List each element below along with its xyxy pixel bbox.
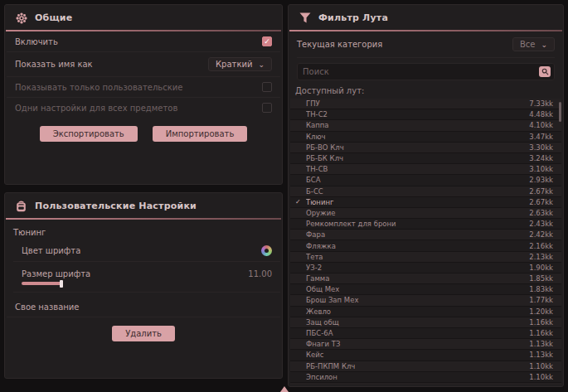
check-icon: ✓ — [295, 198, 306, 206]
category-label: Текущая категория — [297, 40, 382, 49]
loot-list-item[interactable]: ✓ РБ-ПКПМ Клч 1.10kk — [290, 361, 561, 372]
import-button[interactable]: Импортировать — [153, 126, 248, 142]
show-name-dropdown[interactable]: Краткий ⌄ — [208, 57, 272, 71]
delete-row: Удалить — [5, 317, 282, 351]
left-column: Общие Включить ✓ Показать имя как Кратки… — [4, 4, 283, 392]
same-for-all-label: Одни настройки для всех предметов — [15, 104, 177, 113]
font-size-slider[interactable] — [22, 282, 272, 285]
search-icon[interactable] — [539, 66, 551, 77]
loot-list-item[interactable]: ✓ Фнаги ТЗ 1.13kk — [290, 339, 561, 350]
chevron-down-icon: ⌄ — [258, 61, 265, 68]
loot-list-item[interactable]: ✓ УЗ-2 1.90kk — [290, 263, 561, 273]
loot-item-name: Каппа — [306, 121, 529, 129]
loot-list-item[interactable]: ✓ Общ Мех 1.83kk — [290, 284, 561, 295]
loot-list-item[interactable]: ✓ 0.2BTC 1.09kk — [290, 383, 561, 385]
loot-list-item[interactable]: ✓ Тюнинг 2.67kk — [290, 197, 561, 208]
right-column: Фильтр Лута Текущая категория Все ⌄ Поис… — [288, 4, 564, 392]
loot-item-name: УЗ-2 — [306, 264, 529, 272]
selected-item-group-label[interactable]: Тюнинг — [5, 220, 282, 240]
loot-list-item[interactable]: ✓ Жевло 1.20kk — [290, 307, 561, 317]
loot-list-item[interactable]: ✓ РБ-ВО Клч 3.30kk — [290, 143, 561, 153]
loot-item-name: ТН-СВ — [306, 165, 529, 173]
show-name-value: Краткий — [216, 60, 252, 69]
loot-item-value: 2.63kk — [529, 209, 553, 217]
loot-list-item[interactable]: ✓ Оружие 2.63kk — [290, 208, 561, 219]
slider-thumb[interactable] — [60, 280, 63, 288]
export-import-row: Экспортировать Импортировать — [5, 118, 282, 152]
general-panel-header: Общие — [5, 5, 282, 30]
search-box[interactable]: Поиск — [297, 63, 555, 80]
custom-settings-panel: Пользовательские Настройки Тюнинг Цвет ш… — [4, 192, 283, 379]
loot-list-item[interactable]: ✓ Фляжка 2.16kk — [290, 240, 561, 251]
loot-filter-header: Фильтр Лута — [289, 5, 563, 30]
loot-list-item[interactable]: ✓ ТН-СВ 3.10kk — [290, 164, 561, 175]
loot-item-name: Гамма — [306, 274, 529, 283]
enable-checkbox[interactable]: ✓ — [262, 36, 272, 46]
loot-list-item[interactable]: ✓ ГПУ 7.33kk — [290, 99, 561, 109]
loot-item-value: 2.13kk — [529, 253, 553, 261]
scrollbar-thumb[interactable] — [559, 102, 561, 122]
export-button[interactable]: Экспортировать — [40, 126, 138, 142]
loot-item-value: 3.24kk — [529, 154, 553, 162]
loot-list-item[interactable]: ✓ Защ общ 1.16kk — [290, 317, 561, 328]
loot-list-item[interactable]: ✓ ТН-С2 4.48kk — [290, 109, 561, 120]
delete-button[interactable]: Удалить — [112, 326, 175, 341]
enable-label: Включить — [15, 37, 58, 46]
loot-item-name: РБ-ВО Клч — [306, 143, 529, 152]
loot-list-item[interactable]: ✓ Кейс 1.13kk — [290, 350, 561, 361]
loot-item-name: РБ-БК Клч — [306, 154, 529, 162]
show-name-row: Показать имя как Краткий ⌄ — [7, 52, 280, 77]
loot-item-value: 1.16kk — [529, 318, 553, 327]
category-dropdown[interactable]: Все ⌄ — [512, 37, 555, 51]
loot-list-item[interactable]: ✓ Эпсилон 1.10kk — [290, 372, 561, 383]
loot-list-item[interactable]: ✓ Тета 2.13kk — [290, 252, 561, 263]
loot-list-item[interactable]: ✓ ПБС-6А 1.16kk — [290, 328, 561, 339]
loot-item-value: 1.16kk — [529, 329, 553, 337]
loot-list-item[interactable]: ✓ Фара 2.42kk — [290, 230, 561, 240]
loot-item-value: 2.93kk — [529, 176, 553, 184]
custom-name-input[interactable]: Свое название — [15, 302, 80, 312]
loot-item-name: Тюнинг — [306, 198, 529, 206]
loot-list-item[interactable]: ✓ Каппа 4.10kk — [290, 120, 561, 131]
font-size-value: 11.00 — [248, 269, 272, 278]
loot-item-value: 4.10kk — [529, 121, 553, 129]
loot-item-name: РБ-ПКПМ Клч — [306, 362, 529, 370]
gear-icon — [15, 12, 27, 24]
loot-list-item[interactable]: ✓ Б-СС 2.67kk — [290, 186, 561, 197]
loot-item-value: 2.43kk — [529, 220, 553, 228]
font-size-row: Размер шрифта 11.00 — [13, 262, 280, 280]
loot-item-value: 1.85kk — [529, 274, 553, 283]
only-custom-label: Показывать только пользовательские — [15, 83, 182, 92]
loot-list-item[interactable]: ✓ Брош Зап Мех 1.77kk — [290, 295, 561, 306]
search-input[interactable]: Поиск — [303, 67, 329, 76]
loot-item-name: ТН-С2 — [306, 110, 529, 119]
loot-list-item[interactable]: ✓ Ключ 3.47kk — [290, 132, 561, 143]
check-icon: ✓ — [264, 37, 270, 46]
loot-list-item[interactable]: ✓ РБ-БК Клч 3.24kk — [290, 153, 561, 164]
loot-item-value: 1.77kk — [529, 296, 553, 304]
loot-item-value: 3.10kk — [529, 165, 553, 173]
loot-item-name: Фнаги ТЗ — [306, 340, 529, 348]
resize-handle[interactable] — [280, 386, 289, 392]
enable-row: Включить ✓ — [7, 31, 280, 52]
loot-item-value: 3.47kk — [529, 133, 553, 141]
loot-list-item[interactable]: ✓ Ремкомплект для брони 2.43kk — [290, 219, 561, 230]
only-custom-checkbox[interactable] — [262, 82, 272, 92]
loot-item-name: Б-СС — [306, 187, 529, 196]
loot-item-value: 1.13kk — [529, 351, 553, 359]
loot-item-name: 0.2BTC — [306, 384, 529, 385]
loot-item-name: Защ общ — [306, 318, 529, 327]
category-value: Все — [520, 40, 536, 49]
color-wheel-icon[interactable] — [261, 245, 272, 256]
category-row: Текущая категория Все ⌄ — [297, 31, 555, 58]
loot-item-name: Ремкомплект для брони — [306, 220, 529, 228]
loot-item-value: 3.30kk — [529, 143, 553, 152]
loot-item-value: 1.20kk — [529, 307, 553, 316]
funnel-icon — [299, 12, 311, 24]
loot-list-item[interactable]: ✓ Гамма 1.85kk — [290, 273, 561, 284]
same-for-all-checkbox[interactable] — [262, 103, 272, 113]
slider-fill — [22, 282, 61, 285]
chevron-down-icon: ⌄ — [541, 41, 547, 48]
loot-list-item[interactable]: ✓ БСА 2.93kk — [290, 175, 561, 186]
loot-item-name: Общ Мех — [306, 285, 529, 293]
